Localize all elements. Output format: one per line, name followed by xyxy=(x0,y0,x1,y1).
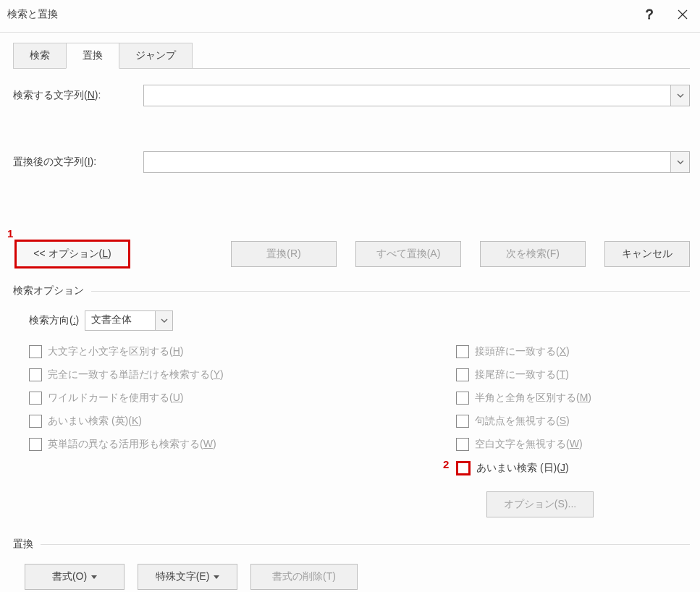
replace-combo xyxy=(143,151,690,173)
dialog-title: 検索と置換 xyxy=(7,8,631,21)
replace-header: 置換 xyxy=(13,538,690,551)
triangle-down-icon xyxy=(214,575,219,579)
sounds-ja-options-row: オプション(S)... xyxy=(486,491,690,517)
chevron-down-icon xyxy=(677,160,684,164)
sounds-ja-options-button[interactable]: オプション(S)... xyxy=(486,491,594,517)
replace-label: 置換後の文字列(I): xyxy=(13,156,143,169)
find-label: 検索する文字列(N): xyxy=(13,89,143,102)
annotation-1: 1 xyxy=(7,227,13,240)
divider xyxy=(0,32,700,33)
chevron-down-icon xyxy=(161,318,168,323)
chevron-down-icon xyxy=(677,93,684,98)
tabs: 検索 置換 ジャンプ xyxy=(13,43,700,69)
direction-row: 検索方向(:) 文書全体 xyxy=(29,310,690,331)
checkbox[interactable] xyxy=(456,368,469,381)
check-suffix: 接尾辞に一致する(T) xyxy=(456,368,690,381)
options-grid: 大文字と小文字を区別する(H) 完全に一致する単語だけを検索する(Y) ワイルド… xyxy=(29,345,690,517)
options-col-left: 大文字と小文字を区別する(H) 完全に一致する単語だけを検索する(Y) ワイルド… xyxy=(29,345,456,517)
find-next-button[interactable]: 次を検索(F) xyxy=(480,241,586,267)
replace-dropdown-button[interactable] xyxy=(670,152,689,172)
checkbox[interactable] xyxy=(29,392,42,405)
check-half-full-width: 半角と全角を区別する(M) xyxy=(456,392,690,405)
help-button[interactable]: ? xyxy=(631,0,665,29)
tab-search[interactable]: 検索 xyxy=(13,43,67,69)
find-input[interactable] xyxy=(144,85,670,106)
checkbox[interactable] xyxy=(456,438,469,451)
check-sounds-like-ja: 2 あいまい検索 (日)(J) xyxy=(456,461,690,475)
search-options-header: 検索オプション xyxy=(13,284,690,297)
find-combo xyxy=(143,85,690,106)
checkbox[interactable] xyxy=(29,415,42,428)
checkbox[interactable] xyxy=(456,392,469,405)
triangle-down-icon xyxy=(91,575,97,579)
check-ignore-punct: 句読点を無視する(S) xyxy=(456,415,690,428)
cancel-button[interactable]: キャンセル xyxy=(604,241,690,267)
check-ignore-space: 空白文字を無視する(W) xyxy=(456,438,690,451)
replace-all-button[interactable]: すべて置換(A) xyxy=(355,241,461,267)
replace-input[interactable] xyxy=(144,152,670,172)
format-button[interactable]: 書式(O) xyxy=(25,564,125,590)
tab-jump[interactable]: ジャンプ xyxy=(119,43,193,69)
check-match-case: 大文字と小文字を区別する(H) xyxy=(29,345,456,358)
no-formatting-button[interactable]: 書式の削除(T) xyxy=(250,564,358,590)
direction-value: 文書全体 xyxy=(85,311,155,330)
check-prefix: 接頭辞に一致する(X) xyxy=(456,345,690,358)
annotation-2: 2 xyxy=(443,458,449,470)
svg-text:?: ? xyxy=(646,7,653,22)
close-button[interactable] xyxy=(665,0,700,29)
direction-select[interactable]: 文書全体 xyxy=(85,310,173,331)
checkbox-highlighted[interactable] xyxy=(456,461,471,475)
checkbox[interactable] xyxy=(29,368,42,381)
action-buttons: << オプション(L) 置換(R) すべて置換(A) 次を検索(F) キャンセル xyxy=(14,240,690,268)
check-sounds-like-en: あいまい検索 (英)(K) xyxy=(29,415,456,428)
direction-label: 検索方向(:) xyxy=(29,314,79,327)
replace-button[interactable]: 置換(R) xyxy=(231,241,337,267)
checkbox[interactable] xyxy=(456,415,469,428)
check-wildcard: ワイルドカードを使用する(U) xyxy=(29,392,456,405)
special-button[interactable]: 特殊文字(E) xyxy=(138,564,237,590)
titlebar: 検索と置換 ? xyxy=(0,0,700,29)
replace-section: 置換 書式(O) 特殊文字(E) 書式の削除(T) xyxy=(13,538,690,590)
replace-row: 置換後の文字列(I): xyxy=(13,151,690,173)
check-whole-word: 完全に一致する単語だけを検索する(Y) xyxy=(29,368,456,381)
checkbox[interactable] xyxy=(456,345,469,358)
options-toggle-button[interactable]: << オプション(L) xyxy=(14,240,130,268)
checkbox[interactable] xyxy=(29,345,42,358)
checkbox[interactable] xyxy=(29,438,42,451)
check-word-forms: 英単語の異なる活用形も検索する(W) xyxy=(29,438,456,451)
find-row: 検索する文字列(N): xyxy=(13,85,690,106)
format-buttons-row: 書式(O) 特殊文字(E) 書式の削除(T) xyxy=(25,564,690,590)
direction-dropdown-button[interactable] xyxy=(155,311,172,330)
find-dropdown-button[interactable] xyxy=(670,85,689,106)
tab-replace[interactable]: 置換 xyxy=(66,43,119,69)
options-col-right: 接頭辞に一致する(X) 接尾辞に一致する(T) 半角と全角を区別する(M) 句読… xyxy=(456,345,690,517)
